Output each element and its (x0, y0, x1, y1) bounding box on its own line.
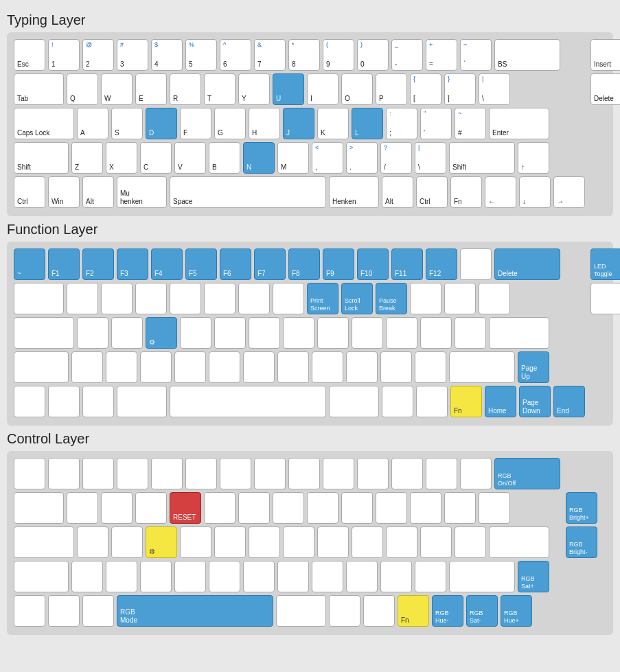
key-c[interactable]: C (140, 142, 172, 174)
ctrl-key-settings[interactable]: ⚙ (146, 526, 177, 558)
fn-key-f1[interactable]: F1 (48, 248, 80, 280)
key-intl[interactable]: |\ (415, 142, 446, 174)
fn-key-scrolllock[interactable]: ScrollLock (341, 283, 373, 314)
key-4[interactable]: $4 (151, 39, 183, 71)
key-win[interactable]: Win (48, 176, 80, 208)
key-henkan[interactable]: Henken (329, 176, 379, 208)
fn-key-pagedown[interactable]: PageDown (519, 386, 551, 417)
key-8[interactable]: *8 (288, 39, 320, 71)
key-i[interactable]: I (307, 73, 338, 105)
key-v[interactable]: V (174, 142, 206, 174)
key-backspace[interactable]: BS (494, 39, 560, 71)
key-capslock[interactable]: Caps Lock (14, 108, 74, 139)
key-enter[interactable]: Enter (489, 108, 549, 139)
ctrl-key-fn[interactable]: Fn (398, 595, 429, 627)
key-u[interactable]: U (273, 73, 304, 105)
key-slash[interactable]: ?/ (380, 142, 412, 174)
key-0[interactable]: )0 (357, 39, 389, 71)
key-insert[interactable]: Insert (590, 39, 620, 71)
key-q[interactable]: Q (67, 73, 98, 105)
ctrl-key-reset[interactable]: RESET (170, 492, 201, 524)
key-muhenkan[interactable]: Muhenken (117, 176, 167, 208)
key-n[interactable]: N (243, 142, 275, 174)
key-5[interactable]: %5 (185, 39, 217, 71)
key-up[interactable]: ↑ (518, 142, 549, 174)
key-alt-left[interactable]: Alt (82, 176, 114, 208)
ctrl-key-rgb-mode[interactable]: RGBMode (117, 595, 273, 627)
key-z[interactable]: Z (71, 142, 103, 174)
key-shift-left[interactable]: Shift (14, 142, 69, 174)
fn-key-f4[interactable]: F4 (151, 248, 183, 280)
key-hash[interactable]: ~# (455, 108, 486, 139)
key-period[interactable]: >. (346, 142, 378, 174)
key-semicolon[interactable]: :; (386, 108, 417, 139)
key-comma[interactable]: <, (312, 142, 343, 174)
key-lbracket[interactable]: {[ (410, 73, 441, 105)
key-w[interactable]: W (101, 73, 133, 105)
fn-key-pausebreak[interactable]: PauseBreak (376, 283, 407, 314)
key-backslash[interactable]: |\ (479, 73, 510, 105)
fn-key-settings[interactable]: ⚙ (146, 317, 177, 349)
key-t[interactable]: T (204, 73, 236, 105)
key-tab[interactable]: Tab (14, 73, 64, 105)
fn-key-f9[interactable]: F9 (323, 248, 354, 280)
key-7[interactable]: &7 (254, 39, 286, 71)
fn-key-printscreen[interactable]: PrintScreen (307, 283, 338, 314)
ctrl-key-rgb-sat-minus[interactable]: RGBSat- (466, 595, 498, 627)
key-minus[interactable]: _- (391, 39, 423, 71)
key-x[interactable]: X (106, 142, 137, 174)
fn-key-f10[interactable]: F10 (357, 248, 389, 280)
fn-key-f11[interactable]: F11 (391, 248, 423, 280)
fn-key-end[interactable]: End (553, 386, 585, 417)
key-right[interactable]: → (553, 176, 585, 208)
key-3[interactable]: #3 (117, 39, 148, 71)
ctrl-key-rgb-bright-plus[interactable]: RGBBright+ (566, 492, 597, 524)
key-l[interactable]: L (352, 108, 383, 139)
key-quote[interactable]: "' (420, 108, 452, 139)
key-down[interactable]: ↓ (519, 176, 551, 208)
fn-key-f3[interactable]: F3 (117, 248, 148, 280)
key-a[interactable]: A (77, 108, 108, 139)
key-j[interactable]: J (283, 108, 314, 139)
key-m[interactable]: M (277, 142, 309, 174)
key-g[interactable]: G (214, 108, 246, 139)
fn-key-home[interactable]: Home (485, 386, 516, 417)
key-e[interactable]: E (135, 73, 167, 105)
key-6[interactable]: ^6 (220, 39, 251, 71)
fn-key-fn[interactable]: Fn (450, 386, 482, 417)
fn-key-led-toggle[interactable]: LEDToggle (590, 248, 620, 280)
key-space[interactable]: Space (170, 176, 326, 208)
key-grave2[interactable]: ~` (460, 39, 492, 71)
key-k[interactable]: K (317, 108, 349, 139)
fn-key-f6[interactable]: F6 (220, 248, 251, 280)
fn-key-f5[interactable]: F5 (185, 248, 217, 280)
key-d[interactable]: D (146, 108, 177, 139)
key-shift-right[interactable]: Shift (449, 142, 515, 174)
fn-key-f8[interactable]: F8 (288, 248, 320, 280)
key-b[interactable]: B (209, 142, 240, 174)
key-p[interactable]: P (376, 73, 407, 105)
key-left[interactable]: ← (485, 176, 516, 208)
key-equal[interactable]: += (426, 39, 457, 71)
key-r[interactable]: R (170, 73, 201, 105)
key-1[interactable]: !1 (48, 39, 80, 71)
fn-key-delete[interactable]: Delete (494, 248, 560, 280)
key-alt-right[interactable]: Alt (382, 176, 413, 208)
key-esc[interactable]: Esc (14, 39, 45, 71)
fn-key-f7[interactable]: F7 (254, 248, 286, 280)
key-o[interactable]: O (341, 73, 373, 105)
key-9[interactable]: (9 (323, 39, 354, 71)
key-h[interactable]: H (249, 108, 280, 139)
key-rbracket[interactable]: }] (444, 73, 476, 105)
key-f[interactable]: F (180, 108, 211, 139)
key-fn[interactable]: Fn (450, 176, 482, 208)
key-delete[interactable]: Delete (590, 73, 620, 105)
key-s[interactable]: S (111, 108, 143, 139)
ctrl-key-rgb-sat-plus[interactable]: RGBSat+ (518, 561, 549, 592)
fn-key-f2[interactable]: F2 (82, 248, 114, 280)
key-ctrl-left[interactable]: Ctrl (14, 176, 45, 208)
key-2[interactable]: @2 (82, 39, 114, 71)
key-ctrl-right[interactable]: Ctrl (416, 176, 448, 208)
fn-key-f12[interactable]: F12 (426, 248, 457, 280)
fn-key-grave[interactable]: ~ (14, 248, 45, 280)
